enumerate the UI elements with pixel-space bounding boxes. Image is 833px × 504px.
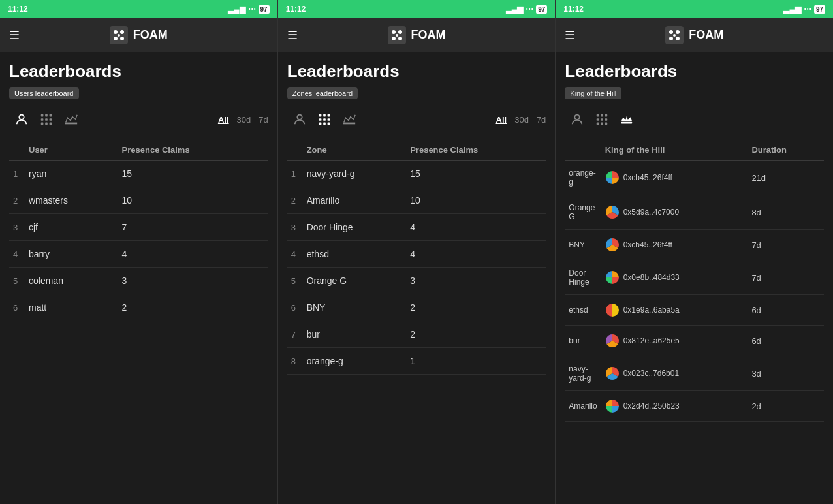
user-icon-tab-1[interactable] (9, 107, 34, 132)
status-icons-3: ▂▄▆ ⋯ 97 (783, 5, 825, 14)
rank-cell: 4 (9, 241, 25, 268)
zone-cell: Door Hinge (303, 214, 407, 241)
rank-cell: 2 (9, 187, 25, 214)
value-cell: 15 (406, 161, 546, 187)
zone-name-cell: Door Hinge (565, 260, 601, 295)
svg-rect-7 (41, 114, 44, 117)
svg-rect-40 (601, 114, 604, 117)
table-row: 2 wmasters 10 (9, 187, 268, 214)
svg-point-4 (120, 37, 124, 40)
table-row: 4 ethsd 4 (287, 241, 546, 268)
filter-7d-1[interactable]: 7d (259, 115, 268, 125)
wifi-icon-2: ⋯ (526, 5, 533, 14)
tab-badge-1[interactable]: Users leaderboard (9, 87, 79, 99)
app-name-2: FOAM (411, 28, 446, 42)
menu-button-2[interactable]: ☰ (287, 28, 298, 42)
duration-cell: 2d (747, 391, 824, 422)
content-1: Leaderboards Users leaderboard (0, 52, 277, 504)
zone-cell: orange-g (303, 348, 407, 375)
crown-icon-tab-2[interactable] (337, 107, 362, 132)
rank-cell: 5 (287, 268, 303, 294)
duration-cell: 3d (747, 356, 824, 391)
svg-point-35 (669, 37, 673, 40)
tab-badge-2[interactable]: Zones leaderboard (287, 87, 358, 99)
table-row: 1 navy-yard-g 15 (287, 161, 546, 187)
pie-icon-7 (605, 399, 620, 413)
filter-7d-2[interactable]: 7d (537, 115, 546, 125)
value-cell: 10 (406, 187, 546, 214)
value-cell: 3 (406, 268, 546, 294)
menu-button-3[interactable]: ☰ (565, 28, 575, 42)
svg-rect-31 (327, 123, 330, 125)
svg-rect-43 (601, 118, 604, 121)
table-row: Orange G 0x5d9a..4c7000 8d (565, 195, 824, 230)
col-presence: Presence Claims (118, 140, 268, 161)
signal-icon-2: ▂▄▆ (506, 5, 524, 14)
crown-icon-tab-1[interactable] (59, 107, 84, 132)
value-cell: 2 (406, 294, 546, 321)
table-row: 5 coleman 3 (9, 268, 268, 294)
crown-icon-tab-3[interactable] (614, 107, 639, 132)
pie-icon-1 (605, 205, 620, 219)
menu-button-1[interactable]: ☰ (9, 28, 20, 42)
page-title-3: Leaderboards (565, 61, 824, 82)
grid-icon-tab-2[interactable] (312, 107, 337, 132)
col-zone: Zone (303, 140, 407, 161)
icon-tabs-1: All 30d 7d (9, 107, 268, 132)
status-icons-1: ▂▄▆ ⋯ 97 (228, 5, 270, 14)
rank-cell: 2 (287, 187, 303, 214)
duration-cell: 21d (747, 161, 824, 195)
logo-1: FOAM (110, 26, 168, 44)
col-king: King of the Hill (601, 140, 748, 161)
user-icon-tab-2[interactable] (287, 107, 312, 132)
svg-point-18 (398, 30, 402, 34)
pie-icon-0 (605, 170, 620, 185)
king-address-2: 0xcb45..26f4ff (623, 240, 672, 249)
svg-rect-27 (323, 118, 326, 121)
rank-cell: 7 (287, 321, 303, 348)
zone-name-cell: BNY (565, 230, 601, 260)
col-rank-1 (9, 140, 25, 161)
grid-icon-tab-3[interactable] (589, 107, 614, 132)
svg-rect-14 (45, 123, 48, 125)
svg-rect-28 (327, 118, 330, 121)
king-cell: 0x023c..7d6b01 (601, 356, 748, 391)
king-address-0: 0xcb45..26f4ff (623, 173, 672, 182)
header-2: ☰ FOAM (278, 18, 556, 52)
duration-cell: 7d (747, 260, 824, 295)
table-row: Door Hinge 0x0e8b..484d33 7d (565, 260, 824, 295)
zone-name-cell: Amarillo (565, 391, 601, 422)
svg-point-33 (669, 30, 673, 34)
pie-icon-6 (605, 366, 620, 381)
user-icon-tab-3[interactable] (565, 107, 589, 132)
phones-container: 11:12 ▂▄▆ ⋯ 97 ☰ FOAM (0, 0, 833, 504)
svg-point-2 (120, 30, 124, 34)
duration-cell: 8d (747, 195, 824, 230)
table-row: 4 barry 4 (9, 241, 268, 268)
svg-rect-9 (50, 114, 52, 117)
grid-icon-tab-1[interactable] (34, 107, 59, 132)
filter-all-1[interactable]: All (218, 115, 229, 125)
svg-rect-15 (50, 123, 52, 125)
svg-rect-45 (597, 123, 599, 125)
svg-point-19 (392, 37, 396, 40)
filter-30d-2[interactable]: 30d (514, 115, 529, 125)
svg-rect-8 (45, 114, 48, 117)
svg-rect-25 (327, 114, 330, 117)
table-row: Amarillo 0x2d4d..250b23 2d (565, 391, 824, 422)
king-address-6: 0x023c..7d6b01 (623, 369, 679, 378)
col-rank-2 (287, 140, 303, 161)
filter-30d-1[interactable]: 30d (237, 115, 251, 125)
zone-name-cell: navy-yard-g (565, 356, 601, 391)
user-cell: wmasters (25, 187, 118, 214)
col-user: User (25, 140, 118, 161)
svg-rect-10 (41, 118, 44, 121)
user-cell: coleman (25, 268, 118, 294)
value-cell: 4 (406, 214, 546, 241)
table-row: bur 0x812e..a625e5 6d (565, 326, 824, 356)
tab-badge-3[interactable]: King of the Hill (565, 87, 621, 99)
svg-point-3 (114, 37, 118, 40)
filter-all-2[interactable]: All (496, 115, 507, 125)
svg-rect-11 (45, 118, 48, 121)
rank-cell: 4 (287, 241, 303, 268)
